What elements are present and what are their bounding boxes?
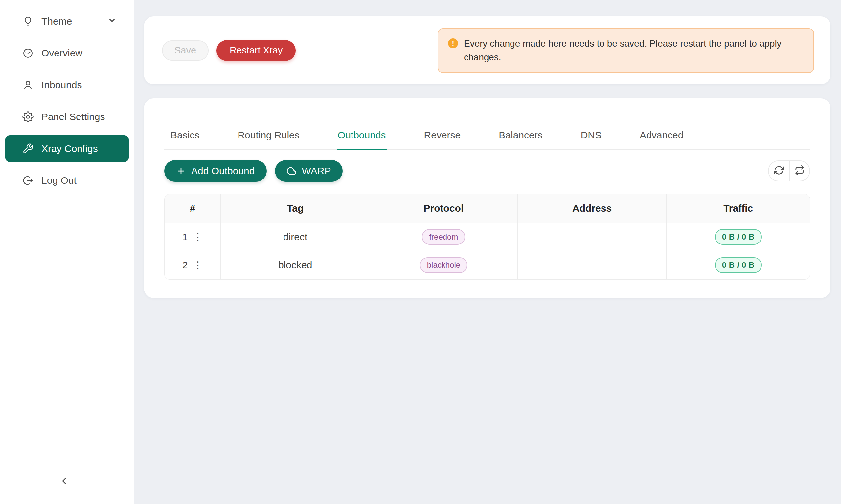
traffic-badge: 0 B / 0 B: [715, 229, 762, 245]
restart-xray-button[interactable]: Restart Xray: [217, 40, 296, 61]
row-index: 1: [182, 231, 188, 242]
column-header-protocol: Protocol: [370, 194, 518, 223]
toolbar-card: Save Restart Xray ! Every change made he…: [144, 16, 830, 84]
tab-basics[interactable]: Basics: [170, 123, 200, 150]
row-menu-icon[interactable]: ⋮: [193, 260, 203, 270]
wrench-icon: [22, 143, 34, 154]
protocol-badge: freedom: [422, 229, 465, 245]
column-header-traffic: Traffic: [667, 194, 810, 223]
cloud-icon: [287, 166, 297, 176]
lightbulb-icon: [22, 16, 34, 27]
refresh-button[interactable]: [769, 161, 789, 181]
logout-icon: [22, 175, 34, 186]
sidebar-item-label: Panel Settings: [41, 111, 105, 122]
toolbar-buttons: Save Restart Xray: [162, 40, 296, 61]
warning-icon: !: [448, 38, 458, 48]
tab-balancers[interactable]: Balancers: [498, 123, 543, 150]
sidebar-nav: Theme Overview Inbounds Panel Settings: [0, 0, 134, 194]
tab-bar: Basics Routing Rules Outbounds Reverse B…: [164, 98, 810, 150]
traffic-badge: 0 B / 0 B: [715, 257, 762, 273]
sidebar-item-log-out[interactable]: Log Out: [5, 167, 129, 194]
column-header-index: #: [165, 194, 221, 223]
restart-warning-alert: ! Every change made here needs to be sav…: [437, 28, 814, 73]
sidebar-item-label: Overview: [41, 48, 83, 59]
warp-label: WARP: [302, 165, 331, 177]
save-button[interactable]: Save: [162, 40, 209, 61]
table-header-row: # Tag Protocol Address Traffic: [165, 194, 810, 223]
sidebar-collapse-button[interactable]: [58, 475, 71, 488]
main-content: Save Restart Xray ! Every change made he…: [144, 0, 830, 298]
xray-configs-card: Basics Routing Rules Outbounds Reverse B…: [144, 98, 830, 298]
alert-text: Every change made here needs to be saved…: [464, 37, 804, 64]
dashboard-icon: [22, 48, 34, 59]
column-header-tag: Tag: [221, 194, 370, 223]
sidebar-item-xray-configs[interactable]: Xray Configs: [5, 135, 129, 162]
tab-routing-rules[interactable]: Routing Rules: [237, 123, 300, 150]
warp-button[interactable]: WARP: [275, 160, 343, 182]
outbounds-actions: Add Outbound WARP: [164, 160, 810, 182]
tab-dns[interactable]: DNS: [580, 123, 602, 150]
tab-advanced[interactable]: Advanced: [639, 123, 684, 150]
sidebar-item-theme[interactable]: Theme: [5, 8, 129, 35]
plus-icon: [176, 166, 186, 176]
chevron-down-icon[interactable]: [107, 16, 117, 27]
reload-all-button[interactable]: [789, 161, 809, 181]
tab-reverse[interactable]: Reverse: [424, 123, 462, 150]
gear-icon: [22, 111, 34, 122]
user-icon: [22, 79, 34, 91]
sidebar-item-overview[interactable]: Overview: [5, 40, 129, 67]
sidebar-item-label: Log Out: [41, 175, 76, 186]
table-row: 2 ⋮ blocked blackhole 0 B / 0 B: [165, 251, 810, 279]
table-row: 1 ⋮ direct freedom 0 B / 0 B: [165, 223, 810, 251]
tag-cell: blocked: [221, 251, 370, 279]
table-tools: [768, 160, 810, 181]
address-cell: [517, 251, 667, 279]
sidebar-item-inbounds[interactable]: Inbounds: [5, 72, 129, 98]
row-index: 2: [182, 259, 188, 271]
refresh-icon: [774, 165, 784, 177]
sidebar-item-label: Xray Configs: [41, 143, 98, 154]
sidebar: Theme Overview Inbounds Panel Settings: [0, 0, 134, 504]
sidebar-item-panel-settings[interactable]: Panel Settings: [5, 103, 129, 130]
tag-cell: direct: [221, 223, 370, 251]
add-outbound-button[interactable]: Add Outbound: [164, 160, 267, 182]
sidebar-item-label: Inbounds: [41, 79, 82, 91]
sidebar-item-label: Theme: [41, 16, 72, 27]
address-cell: [517, 223, 667, 251]
chevron-left-icon: [59, 476, 70, 488]
repeat-icon: [795, 165, 805, 177]
outbounds-table: # Tag Protocol Address Traffic 1 ⋮: [164, 194, 810, 280]
column-header-address: Address: [517, 194, 667, 223]
protocol-badge: blackhole: [420, 257, 467, 273]
row-menu-icon[interactable]: ⋮: [193, 232, 203, 242]
add-outbound-label: Add Outbound: [191, 165, 255, 177]
tab-outbounds[interactable]: Outbounds: [337, 123, 387, 150]
